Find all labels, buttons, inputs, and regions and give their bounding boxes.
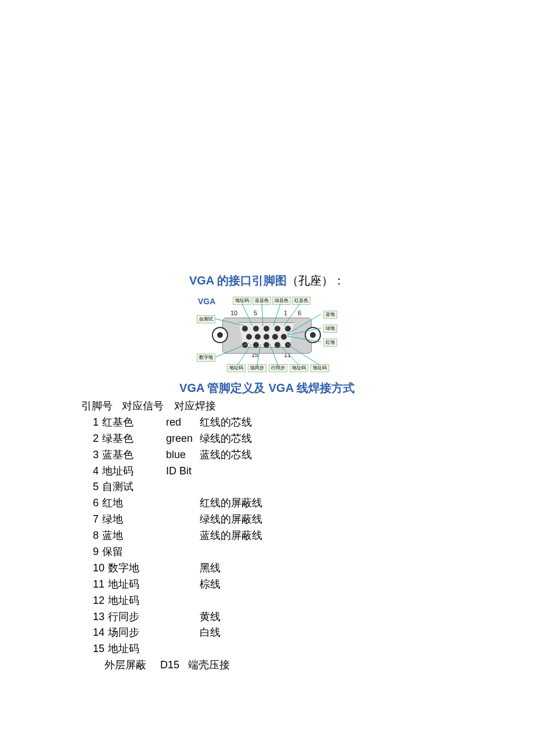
- cell-wire: [200, 593, 534, 609]
- cell-wire: [200, 463, 534, 480]
- cell-en: [166, 641, 200, 657]
- table-row: 11地址码棕线: [81, 577, 534, 593]
- cell-sig: 蓝地: [102, 528, 166, 544]
- cell-en: [166, 560, 200, 577]
- page: VGA 的接口引脚图（孔座）： VGA 地址码 蓝基色 绿基色 红基色 蓝地 绿…: [0, 0, 534, 756]
- hdr-signal: 对应信号: [122, 398, 174, 415]
- cell-en: [166, 593, 200, 609]
- cell-n: 13: [81, 609, 108, 625]
- cell-en: [166, 544, 200, 560]
- cell-en: red: [166, 415, 200, 431]
- cell-sig: 蓝基色: [102, 447, 166, 463]
- pin-dot: [264, 342, 269, 348]
- cell-n: 9: [81, 544, 102, 560]
- pin-row-bot: [242, 342, 291, 348]
- cell-sig: 数字地: [108, 560, 166, 577]
- table-row: 14场同步白线: [81, 625, 534, 641]
- cell-en: blue: [166, 447, 200, 463]
- cell-wire: 红线的芯线: [200, 415, 534, 431]
- hdr-solder: 对应焊接: [174, 398, 226, 415]
- cell-en: [166, 512, 200, 528]
- vga-diagram: VGA 地址码 蓝基色 绿基色 红基色 蓝地 绿地 红地 自测试 数字地 地址码…: [194, 293, 340, 375]
- pin-dot: [246, 334, 252, 340]
- cell-wire: 黄线: [200, 609, 534, 625]
- table-row: 12地址码: [81, 593, 534, 609]
- table-row: 8蓝地蓝线的屏蔽线: [81, 528, 534, 544]
- num-6: 6: [298, 309, 301, 316]
- cell-n: 3: [81, 447, 102, 463]
- cell-en: [166, 479, 200, 495]
- cell-wire: 红线的屏蔽线: [200, 495, 534, 512]
- tag-addr-top: 地址码: [233, 297, 251, 305]
- pin-dot: [285, 342, 291, 348]
- cell-n: 5: [81, 479, 102, 495]
- pin-dot: [255, 334, 261, 340]
- connector-body: [222, 318, 311, 352]
- pin-dot: [242, 342, 248, 348]
- cell-en: [166, 609, 200, 625]
- cell-en: ID Bit: [166, 463, 200, 480]
- cell-n: 7: [81, 512, 102, 528]
- cell-sig: 地址码: [108, 577, 166, 593]
- footer-row: 外层屏蔽 D15 端壳压接: [104, 657, 534, 674]
- table-row: 3蓝基色blue蓝线的芯线: [81, 447, 534, 463]
- tag-hsync: 行同步: [269, 364, 287, 372]
- tag-vsync: 场同步: [248, 364, 266, 372]
- table-row: 13行同步黄线: [81, 609, 534, 625]
- table-row: 1红基色red红线的芯线: [81, 415, 534, 431]
- tag-selftest: 自测试: [197, 315, 215, 323]
- cell-wire: 棕线: [200, 577, 534, 593]
- diagram-label: VGA: [198, 297, 215, 306]
- pin-table: 引脚号 对应信号 对应焊接 1红基色red红线的芯线 2绿基色green绿线的芯…: [81, 398, 534, 674]
- cell-en: [166, 528, 200, 544]
- cell-n: 4: [81, 463, 102, 480]
- cell-n: 15: [81, 641, 108, 657]
- cell-en: [166, 625, 200, 641]
- cell-n: 1: [81, 415, 102, 431]
- table-row: 6红地红线的屏蔽线: [81, 495, 534, 512]
- cell-wire: 绿线的屏蔽线: [200, 512, 534, 528]
- cell-wire: 蓝线的屏蔽线: [200, 528, 534, 544]
- pin-dot: [264, 334, 269, 340]
- num-5: 5: [254, 309, 257, 316]
- tag-blue-base: 蓝基色: [252, 297, 271, 305]
- table-row: 7绿地绿线的屏蔽线: [81, 512, 534, 528]
- cell-en: green: [166, 431, 200, 447]
- cell-n: 12: [81, 593, 108, 609]
- tag-addr-b2: 地址码: [290, 364, 308, 372]
- table-row: 10数字地黑线: [81, 560, 534, 577]
- table-row: 4地址码ID Bit: [81, 463, 534, 480]
- pin-dot: [253, 326, 259, 332]
- pin-dot: [281, 334, 287, 340]
- cell-sig: 行同步: [108, 609, 166, 625]
- pin-dot: [272, 334, 278, 340]
- cell-n: 6: [81, 495, 102, 512]
- diagram-wrap: VGA 地址码 蓝基色 绿基色 红基色 蓝地 绿地 红地 自测试 数字地 地址码…: [0, 293, 534, 375]
- cell-sig: 红地: [102, 495, 166, 512]
- cell-wire: [200, 479, 534, 495]
- cell-sig: 绿基色: [102, 431, 166, 447]
- num-1: 1: [284, 309, 287, 316]
- cell-wire: 黑线: [200, 560, 534, 577]
- cell-sig: 地址码: [108, 641, 166, 657]
- cell-sig: 保留: [102, 544, 166, 560]
- tag-addr-b3: 地址码: [311, 364, 329, 372]
- pin-dot: [242, 326, 248, 332]
- cell-wire: 绿线的芯线: [200, 431, 534, 447]
- pin-dot: [275, 342, 280, 348]
- cell-sig: 地址码: [102, 463, 166, 480]
- pin-grid: [242, 326, 291, 350]
- hdr-pin: 引脚号: [81, 398, 122, 415]
- cell-wire: [200, 544, 534, 560]
- cell-en: [166, 577, 200, 593]
- tag-red-gnd: 红地: [323, 339, 337, 347]
- cell-sig: 自测试: [102, 479, 166, 495]
- table-row: 2绿基色green绿线的芯线: [81, 431, 534, 447]
- title-pinout: VGA 的接口引脚图（孔座）：: [0, 273, 534, 289]
- table-header: 引脚号 对应信号 对应焊接: [81, 398, 534, 415]
- cell-n: 10: [81, 560, 108, 577]
- cell-wire: [200, 641, 534, 657]
- tag-digital-gnd: 数字地: [197, 354, 215, 362]
- table-row: 15地址码: [81, 641, 534, 657]
- num-10: 10: [230, 309, 237, 316]
